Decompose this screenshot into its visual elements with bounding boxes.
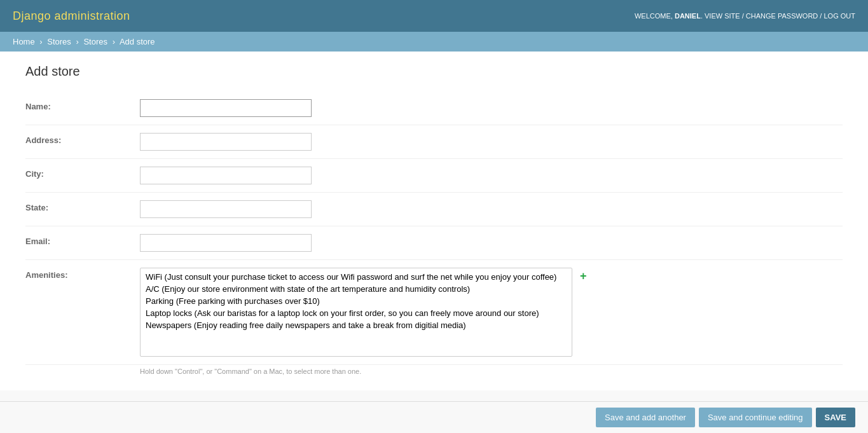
breadcrumb-stores-section[interactable]: Stores bbox=[47, 37, 71, 46]
welcome-prefix: WELCOME, bbox=[635, 12, 673, 20]
city-label: City: bbox=[25, 167, 140, 179]
view-site-link[interactable]: VIEW SITE bbox=[705, 12, 740, 20]
city-row: City: bbox=[25, 159, 843, 193]
log-out-link[interactable]: LOG OUT bbox=[823, 12, 855, 20]
city-input[interactable] bbox=[140, 167, 312, 184]
name-label: Name: bbox=[25, 99, 140, 111]
amenities-row: Amenities: WiFi (Just consult your purch… bbox=[25, 260, 843, 365]
breadcrumb-separator-2: › bbox=[76, 37, 78, 46]
amenities-select[interactable]: WiFi (Just consult your purchase ticket … bbox=[140, 268, 572, 357]
add-amenity-button[interactable]: + bbox=[577, 268, 589, 284]
breadcrumb-current: Add store bbox=[120, 37, 155, 46]
email-row: Email: bbox=[25, 226, 843, 260]
breadcrumb-home[interactable]: Home bbox=[13, 37, 35, 46]
email-input[interactable] bbox=[140, 234, 312, 252]
amenities-label: Amenities: bbox=[25, 268, 140, 280]
name-row: Name: bbox=[25, 92, 843, 125]
address-label: Address: bbox=[25, 133, 140, 145]
state-input[interactable] bbox=[140, 200, 312, 218]
breadcrumb-stores-model[interactable]: Stores bbox=[83, 37, 107, 46]
breadcrumbs: Home › Stores › Stores › Add store bbox=[0, 32, 868, 52]
branding: Django administration bbox=[13, 10, 130, 23]
state-row: State: bbox=[25, 193, 843, 226]
email-label: Email: bbox=[25, 234, 140, 246]
username: DANIEL bbox=[675, 12, 701, 20]
content: Add store Name: Address: City: State: Em… bbox=[0, 52, 868, 390]
breadcrumb-separator-1: › bbox=[39, 37, 42, 46]
address-input[interactable] bbox=[140, 133, 312, 151]
page-title: Add store bbox=[25, 64, 843, 79]
amenities-help-text: Hold down "Control", or "Command" on a M… bbox=[25, 365, 843, 378]
plus-icon: + bbox=[580, 270, 587, 282]
user-tools: WELCOME, DANIEL. VIEW SITE / CHANGE PASS… bbox=[635, 12, 855, 20]
change-password-link[interactable]: CHANGE PASSWORD bbox=[746, 12, 818, 20]
add-store-form: Name: Address: City: State: Email: Ameni… bbox=[25, 92, 843, 378]
address-row: Address: bbox=[25, 125, 843, 159]
amenities-container: WiFi (Just consult your purchase ticket … bbox=[140, 268, 589, 357]
app-title: Django administration bbox=[13, 10, 130, 23]
breadcrumb-separator-3: › bbox=[113, 37, 115, 46]
header: Django administration WELCOME, DANIEL. V… bbox=[0, 0, 868, 32]
name-input[interactable] bbox=[140, 99, 312, 117]
state-label: State: bbox=[25, 200, 140, 212]
